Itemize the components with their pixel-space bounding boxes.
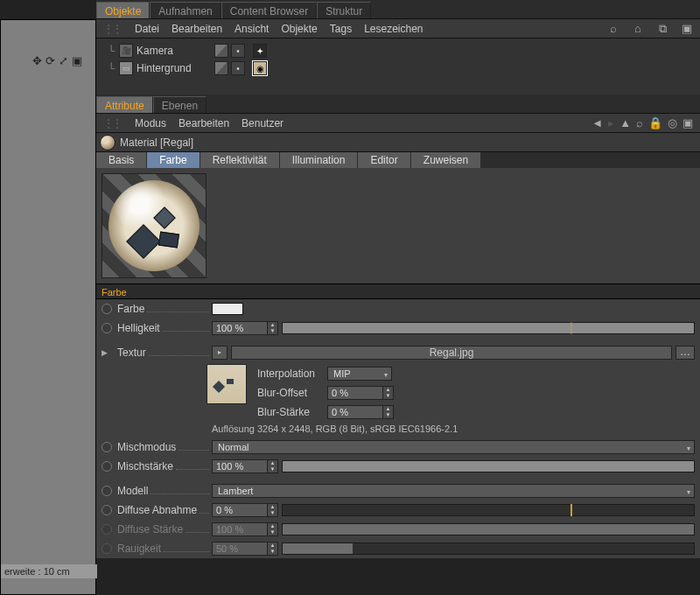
material-sphere-icon <box>108 180 200 271</box>
menu-modus[interactable]: Modus <box>135 117 166 130</box>
menu-lesezeichen[interactable]: Lesezeichen <box>364 23 423 35</box>
row-helligkeit: Helligkeit 100 %▲▼ <box>96 318 700 338</box>
grip-icon[interactable]: ⋮⋮ <box>103 117 121 130</box>
scale-gizmo-icon[interactable]: ⤢ <box>59 54 68 67</box>
menu-benutzer[interactable]: Benutzer <box>242 117 284 130</box>
viewport-3d[interactable]: ✥ ⟳ ⤢ ▣ erweite : 10 cm <box>0 19 96 595</box>
mtab-zuweisen[interactable]: Zuweisen <box>411 152 480 168</box>
blendmode-dropdown[interactable]: Normal▾ <box>212 440 695 454</box>
row-textur: ▶ Textur ▸ Regal.jpg … <box>96 343 700 362</box>
mtab-editor[interactable]: Editor <box>358 152 410 168</box>
popout-icon[interactable]: ⧉ <box>656 23 668 35</box>
keyframe-toggle[interactable] <box>102 461 112 472</box>
tab-struktur[interactable]: Struktur <box>317 2 371 18</box>
background-icon: ▭ <box>119 61 133 75</box>
blur-offset-field[interactable]: 0 %▲▼ <box>327 386 394 400</box>
texture-popup-button[interactable]: ▸ <box>212 346 228 360</box>
grip-icon[interactable]: ⋮⋮ <box>103 23 121 35</box>
frame-gizmo-icon[interactable]: ▣ <box>72 54 82 67</box>
label-farbe: Farbe <box>117 303 144 315</box>
visibility-tag[interactable] <box>214 44 228 58</box>
mtab-basis[interactable]: Basis <box>96 152 146 168</box>
color-swatch[interactable] <box>212 303 243 315</box>
blur-strength-field[interactable]: 0 %▲▼ <box>327 405 394 419</box>
lock-icon[interactable]: 🔒 <box>648 116 662 130</box>
mtab-reflektivitat[interactable]: Reflektivität <box>200 152 279 168</box>
search-icon[interactable]: ⌕ <box>636 116 643 130</box>
label-diffuse-staerke: Diffuse Stärke <box>117 523 183 536</box>
blendstrength-field[interactable]: 100 %▲▼ <box>212 459 278 473</box>
menu-bearbeiten[interactable]: Bearbeiten <box>172 23 222 35</box>
visibility-tag[interactable] <box>214 61 228 75</box>
viewport-gizmos[interactable]: ✥ ⟳ ⤢ ▣ <box>32 54 82 67</box>
row-modell: Modell Lambert▾ <box>96 481 700 500</box>
tab-objekte[interactable]: Objekte <box>96 2 150 18</box>
object-manager-menu: ⋮⋮ Datei Bearbeiten Ansicht Objekte Tags… <box>96 19 700 38</box>
diffuse-falloff-field[interactable]: 0 %▲▼ <box>212 503 278 517</box>
compositing-tag-icon[interactable]: ✦ <box>253 44 267 58</box>
move-gizmo-icon[interactable]: ✥ <box>32 54 42 67</box>
texture-tag-icon[interactable]: ◉ <box>253 61 267 75</box>
render-tag[interactable]: • <box>231 44 245 58</box>
brightness-slider[interactable] <box>282 322 695 334</box>
label-mischmodus: Mischmodus <box>117 441 176 453</box>
rotate-gizmo-icon[interactable]: ⟳ <box>46 54 55 67</box>
maximize-icon[interactable]: ▣ <box>682 116 693 130</box>
menu-datei[interactable]: Datei <box>135 23 159 35</box>
label-blur-staerke: Blur-Stärke <box>257 406 327 418</box>
keyframe-toggle <box>102 524 112 535</box>
texture-file-field[interactable]: Regal.jpg <box>231 346 672 360</box>
tab-content-browser[interactable]: Content Browser <box>221 2 317 18</box>
label-diffuse-abnahme: Diffuse Abnahme <box>117 504 197 516</box>
keyframe-toggle[interactable] <box>102 486 112 496</box>
tree-label[interactable]: Hintergrund <box>136 62 205 74</box>
keyframe-toggle[interactable] <box>102 304 112 314</box>
texture-thumbnail[interactable] <box>206 364 247 404</box>
maximize-icon[interactable]: ▣ <box>681 23 693 35</box>
target-icon[interactable]: ◎ <box>668 116 677 130</box>
nav-fwd-icon[interactable]: ▸ <box>608 116 614 130</box>
attribute-manager-tabs: Attribute Ebenen <box>96 94 700 114</box>
menu-bearbeiten2[interactable]: Bearbeiten <box>178 117 229 130</box>
search-icon[interactable]: ⌕ <box>607 23 620 35</box>
interpolation-dropdown[interactable]: MIP▾ <box>327 367 392 381</box>
row-rauigkeit: Rauigkeit 50 %▲▼ <box>96 539 700 558</box>
material-title-prefix: Material <box>120 136 158 149</box>
brightness-field[interactable]: 100 %▲▼ <box>212 321 278 335</box>
material-preview[interactable] <box>102 173 206 278</box>
menu-tags[interactable]: Tags <box>330 23 352 35</box>
render-tag[interactable]: • <box>231 61 245 75</box>
material-preview-icon <box>100 135 116 150</box>
texture-browse-button[interactable]: … <box>676 346 695 360</box>
expand-toggle[interactable]: ▶ <box>102 348 112 357</box>
tree-row-hintergrund[interactable]: └ ▭ Hintergrund • ◉ <box>103 60 693 77</box>
menu-ansicht[interactable]: Ansicht <box>234 23 269 35</box>
label-interpolation: Interpolation <box>257 368 327 380</box>
diffuse-falloff-slider[interactable] <box>282 504 695 516</box>
row-mischstaerke: Mischstärke 100 %▲▼ <box>96 457 700 476</box>
mtab-farbe[interactable]: Farbe <box>147 152 199 168</box>
label-mischstaerke: Mischstärke <box>117 460 173 472</box>
camera-icon: 🎥 <box>119 44 133 58</box>
home-icon[interactable]: ⌂ <box>632 23 644 35</box>
tab-aufnahmen[interactable]: Aufnahmen <box>150 2 220 18</box>
tab-attribute[interactable]: Attribute <box>96 96 153 113</box>
mtab-illumination[interactable]: Illumination <box>280 152 358 168</box>
keyframe-toggle <box>102 543 112 554</box>
keyframe-toggle[interactable] <box>102 505 112 515</box>
blendstrength-slider[interactable] <box>282 460 695 472</box>
menu-objekte[interactable]: Objekte <box>281 23 317 35</box>
nav-back-icon[interactable]: ◄ <box>592 116 603 130</box>
tree-label[interactable]: Kamera <box>136 45 205 57</box>
keyframe-toggle[interactable] <box>102 442 112 452</box>
tree-row-kamera[interactable]: └ 🎥 Kamera • ✦ <box>103 42 693 60</box>
object-tree[interactable]: └ 🎥 Kamera • ✦ └ ▭ Hintergrund • ◉ <box>96 38 700 94</box>
model-dropdown[interactable]: Lambert▾ <box>212 484 695 498</box>
tab-ebenen[interactable]: Ebenen <box>153 96 206 113</box>
row-blur-offset: Blur-Offset 0 %▲▼ <box>252 383 695 402</box>
nav-up-icon[interactable]: ▲ <box>620 116 631 130</box>
keyframe-toggle[interactable] <box>102 323 112 333</box>
object-manager-tabs: Objekte Aufnahmen Content Browser Strukt… <box>96 0 700 19</box>
material-channel-tabs: Basis Farbe Reflektivität Illumination E… <box>96 152 700 168</box>
diffuse-strength-field: 100 %▲▼ <box>212 522 278 536</box>
